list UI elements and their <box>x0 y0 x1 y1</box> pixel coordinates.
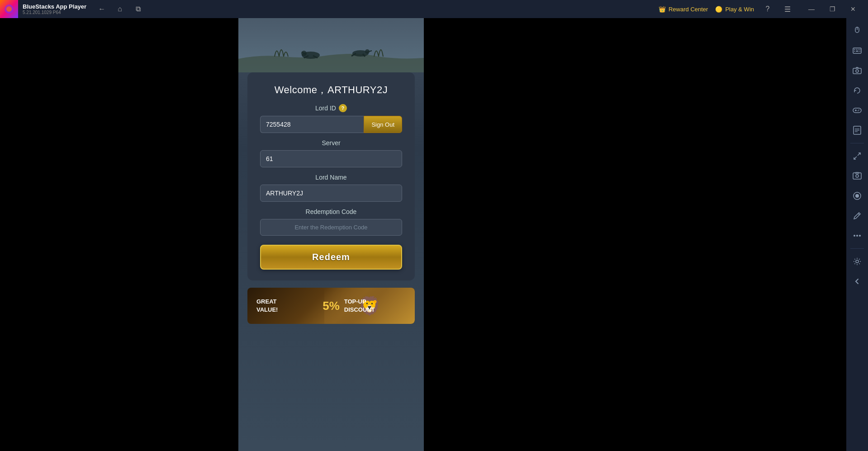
server-label: Server <box>260 139 402 147</box>
svg-rect-21 <box>856 51 859 52</box>
app-logo <box>0 0 18 18</box>
svg-rect-20 <box>854 51 855 52</box>
welcome-text: Welcome，ARTHURY2J <box>260 83 402 97</box>
home-button[interactable]: ⌂ <box>114 3 126 15</box>
crown-icon: 👑 <box>659 6 666 13</box>
right-sidebar <box>846 18 868 451</box>
svg-rect-16 <box>854 49 855 50</box>
sidebar-more-icon[interactable] <box>849 227 866 244</box>
reward-center-button[interactable]: 👑 Reward Center <box>659 6 708 13</box>
lord-name-label: Lord Name <box>260 174 402 181</box>
title-bar-right: 👑 Reward Center 🟡 Play & Win ? ☰ — ❐ ✕ <box>659 0 868 18</box>
banner-great-value: GREAT VALUE! <box>256 298 318 314</box>
window-controls: — ❐ ✕ <box>801 0 863 18</box>
play-win-button[interactable]: 🟡 Play & Win <box>715 6 754 13</box>
sidebar-rotate-icon[interactable] <box>849 82 866 99</box>
redemption-code-label: Redemption Code <box>260 208 402 215</box>
back-button[interactable]: ← <box>95 3 108 15</box>
tabs-button[interactable]: ⧉ <box>132 3 144 15</box>
svg-point-24 <box>856 70 859 72</box>
sidebar-camera-icon[interactable] <box>849 62 866 79</box>
redeem-button[interactable]: Redeem <box>260 245 402 270</box>
svg-line-35 <box>854 157 857 159</box>
sidebar-divider-2 <box>850 248 864 249</box>
svg-line-41 <box>858 214 859 215</box>
minimize-button[interactable]: — <box>801 0 822 18</box>
title-bar: BlueStacks App Player 5.21.201.1029 P64 … <box>0 0 868 18</box>
sidebar-back-arrow-icon[interactable] <box>849 273 866 290</box>
svg-point-44 <box>859 235 861 237</box>
nav-controls: ← ⌂ ⧉ <box>91 3 149 15</box>
svg-line-34 <box>858 153 860 156</box>
menu-button[interactable]: ☰ <box>781 3 794 15</box>
app-name: BlueStacks App Player <box>23 3 86 10</box>
maximize-button[interactable]: ❐ <box>822 0 843 18</box>
svg-point-42 <box>854 235 855 237</box>
sidebar-keyboard-icon[interactable] <box>849 42 866 59</box>
close-button[interactable]: ✕ <box>843 0 863 18</box>
banner-percent: 5% <box>323 299 340 313</box>
sidebar-resize-icon[interactable] <box>849 147 866 165</box>
reward-center-label: Reward Center <box>669 6 708 13</box>
svg-rect-25 <box>853 108 861 113</box>
sidebar-divider-1 <box>850 143 864 143</box>
svg-point-1 <box>6 6 12 12</box>
svg-point-28 <box>859 109 859 110</box>
help-button[interactable]: ? <box>761 3 774 15</box>
svg-point-45 <box>856 260 859 263</box>
sign-out-button[interactable]: Sign Out <box>364 116 402 133</box>
lord-name-input[interactable] <box>260 185 402 202</box>
right-panel <box>424 18 868 451</box>
svg-point-43 <box>856 235 858 237</box>
left-panel <box>0 18 238 451</box>
game-panel: Welcome，ARTHURY2J Lord ID ? Sign Out Ser… <box>238 18 424 451</box>
form-panel: Welcome，ARTHURY2J Lord ID ? Sign Out Ser… <box>247 72 415 280</box>
main-content: Welcome，ARTHURY2J Lord ID ? Sign Out Ser… <box>0 18 868 451</box>
lord-id-row: Sign Out <box>260 116 402 133</box>
sidebar-record-icon[interactable] <box>849 187 866 204</box>
sidebar-edit-icon[interactable] <box>849 207 866 224</box>
svg-point-37 <box>856 175 859 177</box>
svg-rect-23 <box>853 68 861 74</box>
promo-banner[interactable]: GREAT VALUE! 5% TOP-UP DISCOUNT 🦁 <box>247 288 415 324</box>
svg-point-40 <box>855 194 859 198</box>
svg-point-29 <box>858 110 859 111</box>
lord-id-input[interactable] <box>260 116 364 133</box>
lord-id-help-icon[interactable]: ? <box>339 104 347 112</box>
svg-rect-17 <box>856 49 857 50</box>
sidebar-mouse-icon[interactable] <box>849 22 866 39</box>
play-win-label: Play & Win <box>725 6 754 13</box>
silhouette-area <box>238 18 424 72</box>
banner-topup: TOP-UP DISCOUNT <box>344 298 406 314</box>
sidebar-screenshot-icon[interactable] <box>849 167 866 185</box>
app-info: BlueStacks App Player 5.21.201.1029 P64 <box>18 3 91 15</box>
svg-rect-22 <box>859 51 860 52</box>
app-version: 5.21.201.1029 P64 <box>23 10 86 15</box>
sidebar-apk-icon[interactable] <box>849 122 866 139</box>
sidebar-settings-icon[interactable] <box>849 253 866 270</box>
lord-id-label: Lord ID ? <box>260 104 402 112</box>
server-input[interactable] <box>260 150 402 167</box>
svg-rect-19 <box>859 49 860 50</box>
play-win-icon: 🟡 <box>715 6 722 13</box>
svg-rect-18 <box>858 49 859 50</box>
redemption-code-input[interactable] <box>260 219 402 236</box>
sidebar-controller-icon[interactable] <box>849 102 866 119</box>
